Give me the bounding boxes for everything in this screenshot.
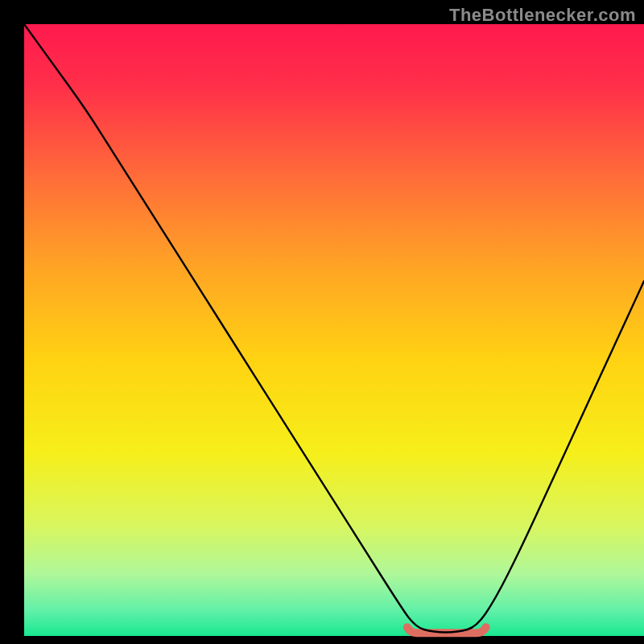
chart-stage: TheBottlenecker.com: [0, 0, 644, 644]
gradient-background: [24, 24, 644, 636]
watermark-text: TheBottlenecker.com: [449, 5, 636, 26]
bottleneck-chart: [0, 0, 644, 644]
